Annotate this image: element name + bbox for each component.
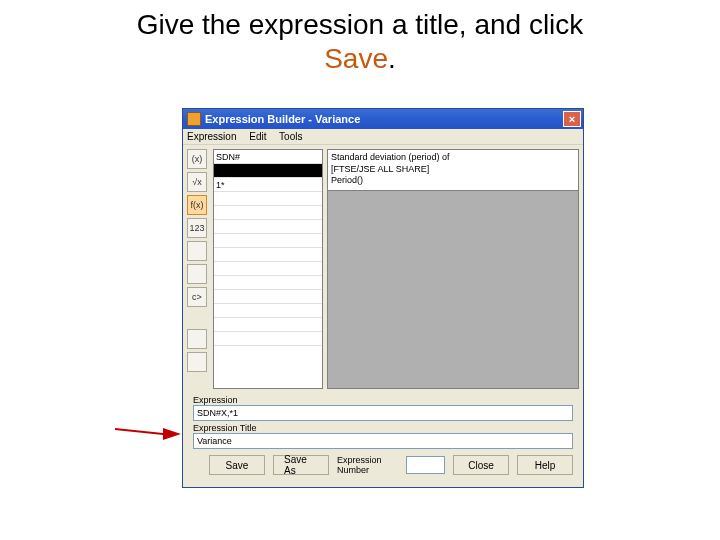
function-list[interactable]: SDN# 1* bbox=[213, 149, 323, 389]
expression-title-input[interactable] bbox=[193, 433, 573, 449]
list-item[interactable] bbox=[214, 290, 322, 304]
app-icon bbox=[187, 112, 201, 126]
list-item[interactable] bbox=[214, 220, 322, 234]
heading-line1: Give the expression a title, and click bbox=[137, 9, 584, 40]
tool-5[interactable] bbox=[187, 241, 207, 261]
tool-paren[interactable]: (x) bbox=[187, 149, 207, 169]
list-item[interactable]: 1* bbox=[214, 178, 322, 192]
tool-9[interactable] bbox=[187, 352, 207, 372]
preview-pane: Standard deviation (period) of [FTSE/JSE… bbox=[327, 149, 579, 389]
save-button[interactable]: Save bbox=[209, 455, 265, 475]
menu-edit[interactable]: Edit bbox=[249, 131, 266, 142]
list-item[interactable] bbox=[214, 248, 322, 262]
slide-heading: Give the expression a title, and click S… bbox=[0, 0, 720, 79]
tool-6[interactable] bbox=[187, 264, 207, 284]
toolstrip: (x) √x f(x) 123 c> bbox=[187, 149, 209, 372]
menu-tools[interactable]: Tools bbox=[279, 131, 302, 142]
preview-line: Standard deviation (period) of bbox=[331, 152, 575, 164]
tool-gap bbox=[187, 310, 207, 326]
expression-input[interactable] bbox=[193, 405, 573, 421]
tool-8[interactable] bbox=[187, 329, 207, 349]
tool-sqrt[interactable]: √x bbox=[187, 172, 207, 192]
preview-line: [FTSE/JSE ALL SHARE] bbox=[331, 164, 575, 176]
preview-line: Period() bbox=[331, 175, 575, 187]
list-item[interactable] bbox=[214, 262, 322, 276]
expression-number-input[interactable] bbox=[406, 456, 445, 474]
menu-expression[interactable]: Expression bbox=[187, 131, 236, 142]
tool-c[interactable]: c> bbox=[187, 287, 207, 307]
tool-fn[interactable]: f(x) bbox=[187, 195, 207, 215]
heading-period: . bbox=[388, 43, 396, 74]
help-button[interactable]: Help bbox=[517, 455, 573, 475]
svg-marker-0 bbox=[115, 428, 181, 440]
close-button[interactable]: Close bbox=[453, 455, 509, 475]
expression-label: Expression bbox=[193, 395, 573, 405]
save-as-button[interactable]: Save As bbox=[273, 455, 329, 475]
list-item[interactable] bbox=[214, 206, 322, 220]
window-title: Expression Builder - Variance bbox=[205, 113, 360, 125]
list-item[interactable]: SDN# bbox=[214, 150, 322, 164]
tool-num[interactable]: 123 bbox=[187, 218, 207, 238]
heading-accent: Save bbox=[324, 43, 388, 74]
list-item[interactable] bbox=[214, 318, 322, 332]
preview-chart-area bbox=[327, 191, 579, 389]
expression-number-label: Expression Number bbox=[337, 455, 398, 475]
list-item[interactable] bbox=[214, 192, 322, 206]
expression-builder-window: Expression Builder - Variance × Expressi… bbox=[182, 108, 584, 488]
callout-arrow-icon bbox=[115, 424, 181, 440]
preview-description: Standard deviation (period) of [FTSE/JSE… bbox=[327, 149, 579, 191]
list-item[interactable] bbox=[214, 276, 322, 290]
body-area: (x) √x f(x) 123 c> SDN# 1* bbox=[183, 145, 583, 393]
list-item[interactable] bbox=[214, 164, 322, 178]
button-row: Save Save As Expression Number Close Hel… bbox=[183, 449, 583, 481]
menubar: Expression Edit Tools bbox=[183, 129, 583, 145]
list-item[interactable] bbox=[214, 234, 322, 248]
list-item[interactable] bbox=[214, 332, 322, 346]
form-area: Expression Expression Title bbox=[183, 395, 583, 449]
expression-title-label: Expression Title bbox=[193, 423, 573, 433]
titlebar[interactable]: Expression Builder - Variance × bbox=[183, 109, 583, 129]
close-icon[interactable]: × bbox=[563, 111, 581, 127]
list-item[interactable] bbox=[214, 304, 322, 318]
